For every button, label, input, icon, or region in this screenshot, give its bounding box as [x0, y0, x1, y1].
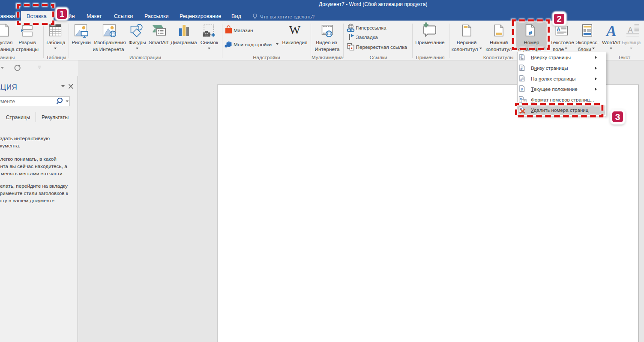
svg-text:#: # [520, 54, 523, 59]
svg-text:#: # [520, 77, 523, 82]
svg-text:A: A [605, 23, 616, 39]
svg-text:#: # [521, 87, 523, 92]
svg-text:A: A [557, 27, 560, 32]
svg-text:W: W [289, 23, 301, 36]
svg-text:#: # [529, 29, 533, 36]
svg-text:A: A [628, 26, 633, 34]
